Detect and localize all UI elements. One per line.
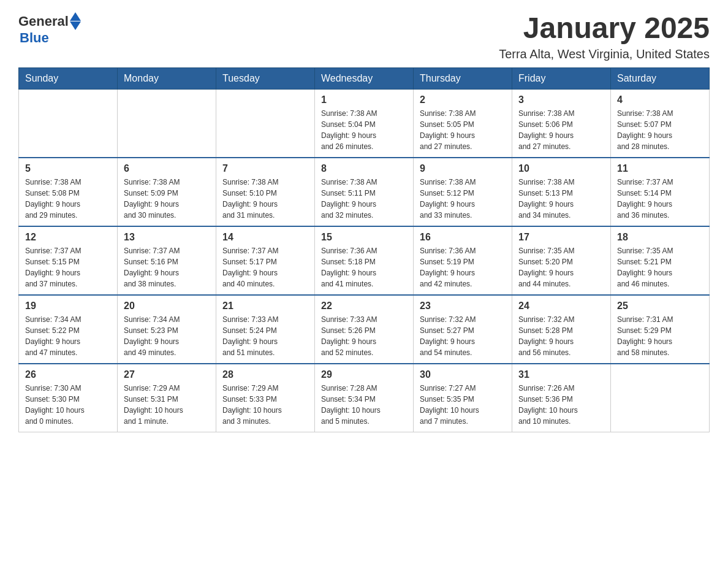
header-monday: Monday [118,67,216,89]
day-number: 7 [222,163,308,174]
calendar-cell: 14Sunrise: 7:37 AM Sunset: 5:17 PM Dayli… [216,226,315,295]
calendar-cell: 24Sunrise: 7:32 AM Sunset: 5:28 PM Dayli… [512,295,611,364]
day-info: Sunrise: 7:37 AM Sunset: 5:15 PM Dayligh… [25,245,111,289]
calendar-cell: 25Sunrise: 7:31 AM Sunset: 5:29 PM Dayli… [611,295,710,364]
calendar-cell: 2Sunrise: 7:38 AM Sunset: 5:05 PM Daylig… [414,89,512,158]
calendar-cell: 26Sunrise: 7:30 AM Sunset: 5:30 PM Dayli… [19,364,118,432]
calendar-cell: 19Sunrise: 7:34 AM Sunset: 5:22 PM Dayli… [19,295,118,364]
calendar-cell: 28Sunrise: 7:29 AM Sunset: 5:33 PM Dayli… [216,364,315,432]
logo-triangle-up [70,12,81,21]
header-thursday: Thursday [414,67,512,89]
logo-general-text: General [18,13,69,29]
week-row-5: 26Sunrise: 7:30 AM Sunset: 5:30 PM Dayli… [19,364,710,432]
day-info: Sunrise: 7:29 AM Sunset: 5:33 PM Dayligh… [222,383,308,427]
calendar-cell: 30Sunrise: 7:27 AM Sunset: 5:35 PM Dayli… [414,364,512,432]
day-number: 4 [617,94,703,105]
day-info: Sunrise: 7:35 AM Sunset: 5:20 PM Dayligh… [518,245,604,289]
day-number: 9 [420,163,506,174]
day-info: Sunrise: 7:38 AM Sunset: 5:08 PM Dayligh… [25,177,111,221]
header-friday: Friday [512,67,611,89]
calendar-cell: 3Sunrise: 7:38 AM Sunset: 5:06 PM Daylig… [512,89,611,158]
calendar-cell: 16Sunrise: 7:36 AM Sunset: 5:19 PM Dayli… [414,226,512,295]
calendar-cell: 12Sunrise: 7:37 AM Sunset: 5:15 PM Dayli… [19,226,118,295]
calendar-cell: 13Sunrise: 7:37 AM Sunset: 5:16 PM Dayli… [118,226,216,295]
calendar-cell [118,89,216,158]
day-info: Sunrise: 7:36 AM Sunset: 5:18 PM Dayligh… [321,245,407,289]
calendar-cell: 6Sunrise: 7:38 AM Sunset: 5:09 PM Daylig… [118,158,216,226]
day-info: Sunrise: 7:38 AM Sunset: 5:06 PM Dayligh… [518,108,604,152]
day-info: Sunrise: 7:38 AM Sunset: 5:04 PM Dayligh… [321,108,407,152]
title-section: January 2025 Terra Alta, West Virginia, … [499,12,710,61]
day-number: 30 [420,369,506,380]
day-number: 8 [321,163,407,174]
day-number: 31 [518,369,604,380]
calendar-cell: 23Sunrise: 7:32 AM Sunset: 5:27 PM Dayli… [414,295,512,364]
day-info: Sunrise: 7:33 AM Sunset: 5:24 PM Dayligh… [222,314,308,358]
day-info: Sunrise: 7:29 AM Sunset: 5:31 PM Dayligh… [124,383,210,427]
day-number: 6 [124,163,210,174]
header-sunday: Sunday [19,67,118,89]
week-row-3: 12Sunrise: 7:37 AM Sunset: 5:15 PM Dayli… [19,226,710,295]
calendar-cell: 20Sunrise: 7:34 AM Sunset: 5:23 PM Dayli… [118,295,216,364]
day-number: 12 [25,232,111,243]
week-row-1: 1Sunrise: 7:38 AM Sunset: 5:04 PM Daylig… [19,89,710,158]
header-saturday: Saturday [611,67,710,89]
day-info: Sunrise: 7:28 AM Sunset: 5:34 PM Dayligh… [321,383,407,427]
calendar-cell: 1Sunrise: 7:38 AM Sunset: 5:04 PM Daylig… [315,89,414,158]
day-number: 13 [124,232,210,243]
logo: General Blue [18,12,81,46]
day-info: Sunrise: 7:38 AM Sunset: 5:07 PM Dayligh… [617,108,703,152]
day-info: Sunrise: 7:37 AM Sunset: 5:14 PM Dayligh… [617,177,703,221]
day-number: 27 [124,369,210,380]
day-number: 29 [321,369,407,380]
day-info: Sunrise: 7:38 AM Sunset: 5:11 PM Dayligh… [321,177,407,221]
day-number: 28 [222,369,308,380]
header-tuesday: Tuesday [216,67,315,89]
calendar-cell [216,89,315,158]
calendar-cell: 31Sunrise: 7:26 AM Sunset: 5:36 PM Dayli… [512,364,611,432]
day-number: 20 [124,301,210,312]
calendar-cell: 7Sunrise: 7:38 AM Sunset: 5:10 PM Daylig… [216,158,315,226]
day-info: Sunrise: 7:33 AM Sunset: 5:26 PM Dayligh… [321,314,407,358]
day-info: Sunrise: 7:35 AM Sunset: 5:21 PM Dayligh… [617,245,703,289]
day-number: 25 [617,301,703,312]
calendar-cell: 10Sunrise: 7:38 AM Sunset: 5:13 PM Dayli… [512,158,611,226]
calendar-cell: 18Sunrise: 7:35 AM Sunset: 5:21 PM Dayli… [611,226,710,295]
day-number: 11 [617,163,703,174]
day-number: 15 [321,232,407,243]
calendar-cell: 29Sunrise: 7:28 AM Sunset: 5:34 PM Dayli… [315,364,414,432]
calendar-header-row: SundayMondayTuesdayWednesdayThursdayFrid… [19,67,710,89]
day-info: Sunrise: 7:32 AM Sunset: 5:28 PM Dayligh… [518,314,604,358]
day-number: 22 [321,301,407,312]
calendar-cell: 22Sunrise: 7:33 AM Sunset: 5:26 PM Dayli… [315,295,414,364]
day-info: Sunrise: 7:38 AM Sunset: 5:05 PM Dayligh… [420,108,506,152]
day-info: Sunrise: 7:26 AM Sunset: 5:36 PM Dayligh… [518,383,604,427]
logo-blue-text: Blue [20,30,49,46]
day-info: Sunrise: 7:37 AM Sunset: 5:17 PM Dayligh… [222,245,308,289]
day-info: Sunrise: 7:38 AM Sunset: 5:13 PM Dayligh… [518,177,604,221]
day-info: Sunrise: 7:37 AM Sunset: 5:16 PM Dayligh… [124,245,210,289]
calendar-cell: 11Sunrise: 7:37 AM Sunset: 5:14 PM Dayli… [611,158,710,226]
calendar-cell: 4Sunrise: 7:38 AM Sunset: 5:07 PM Daylig… [611,89,710,158]
day-info: Sunrise: 7:38 AM Sunset: 5:09 PM Dayligh… [124,177,210,221]
page-header: General Blue January 2025 Terra Alta, We… [18,12,710,61]
day-info: Sunrise: 7:31 AM Sunset: 5:29 PM Dayligh… [617,314,703,358]
day-info: Sunrise: 7:30 AM Sunset: 5:30 PM Dayligh… [25,383,111,427]
week-row-2: 5Sunrise: 7:38 AM Sunset: 5:08 PM Daylig… [19,158,710,226]
day-info: Sunrise: 7:34 AM Sunset: 5:22 PM Dayligh… [25,314,111,358]
day-number: 17 [518,232,604,243]
day-number: 2 [420,94,506,105]
day-number: 19 [25,301,111,312]
day-number: 14 [222,232,308,243]
logo-triangle-down [70,21,81,30]
calendar-table: SundayMondayTuesdayWednesdayThursdayFrid… [18,67,710,432]
day-number: 24 [518,301,604,312]
day-info: Sunrise: 7:36 AM Sunset: 5:19 PM Dayligh… [420,245,506,289]
day-number: 26 [25,369,111,380]
day-info: Sunrise: 7:32 AM Sunset: 5:27 PM Dayligh… [420,314,506,358]
week-row-4: 19Sunrise: 7:34 AM Sunset: 5:22 PM Dayli… [19,295,710,364]
calendar-title: January 2025 [499,12,710,45]
day-number: 1 [321,94,407,105]
day-number: 5 [25,163,111,174]
day-info: Sunrise: 7:38 AM Sunset: 5:10 PM Dayligh… [222,177,308,221]
